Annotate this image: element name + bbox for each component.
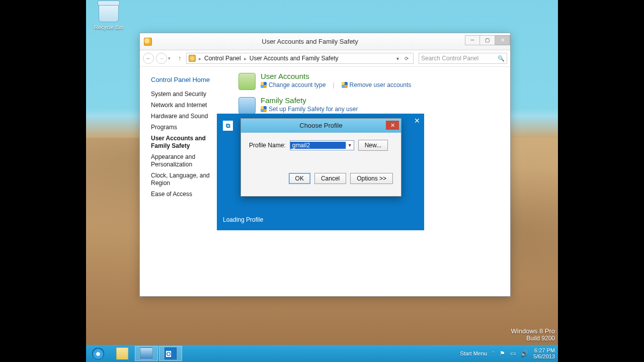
family-safety-heading[interactable]: Family Safety [261, 96, 358, 105]
desktop-icon-recycle-bin[interactable]: Recycle Bin [91, 3, 126, 30]
office-logo-icon: ⧉ [223, 121, 233, 131]
window-title: User Accounts and Family Safety [155, 38, 465, 45]
up-button[interactable]: ↑ [175, 55, 184, 62]
dialog-close-button[interactable]: ✕ [386, 121, 399, 130]
taskbar-ie[interactable] [87, 346, 110, 361]
control-panel-home-link[interactable]: Control Panel Home [151, 76, 222, 83]
desktop: Recycle Bin User Accounts and Family Saf… [86, 0, 558, 362]
windows-watermark: Windows 8 Pro Build 9200 [511, 327, 555, 342]
breadcrumb-item[interactable]: User Accounts and Family Safety [250, 55, 339, 62]
clock-time: 6:27 PM [533, 347, 555, 353]
explorer-icon [116, 347, 128, 359]
chevron-down-icon[interactable]: ▼ [346, 143, 354, 148]
refresh-button[interactable]: ⟳ [402, 53, 411, 63]
tray-overflow-icon[interactable]: ˄ [492, 351, 495, 356]
profile-name-combobox[interactable]: gmail2 ▼ [290, 140, 354, 150]
watermark-line2: Build 9200 [511, 335, 555, 342]
options-button[interactable]: Options >> [350, 173, 393, 184]
control-panel-icon [140, 347, 152, 359]
window-icon [144, 38, 152, 46]
user-accounts-icon [238, 73, 256, 90]
profile-name-label: Profile Name: [249, 142, 286, 149]
link-change-account-type[interactable]: Change account type [261, 81, 326, 88]
taskbar[interactable]: Start Menu ˄ ⚑ ▭ 🔊 6:27 PM 5/6/2013 [86, 345, 558, 362]
user-accounts-heading[interactable]: User Accounts [261, 72, 411, 80]
sidebar-item-network-internet[interactable]: Network and Internet [151, 102, 222, 109]
breadcrumb[interactable]: ▸ Control Panel ▸ User Accounts and Fami… [186, 53, 414, 64]
sidebar-item-user-accounts[interactable]: User Accounts and Family Safety [151, 135, 222, 150]
outlook-icon [165, 347, 177, 359]
shield-icon [342, 82, 348, 88]
sidebar-item-programs[interactable]: Programs [151, 124, 222, 131]
volume-icon[interactable]: 🔊 [521, 350, 528, 357]
breadcrumb-icon [189, 55, 196, 62]
network-icon[interactable]: ▭ [510, 350, 516, 357]
loading-status: Loading Profile [223, 216, 263, 223]
close-icon[interactable]: ✕ [414, 117, 420, 125]
shield-icon [261, 106, 267, 112]
profile-name-value: gmail2 [290, 142, 346, 149]
sidebar-item-appearance[interactable]: Appearance and Personalization [151, 153, 222, 168]
window-titlebar[interactable]: User Accounts and Family Safety ─ ▢ ✕ [140, 33, 510, 50]
link-setup-family-safety[interactable]: Set up Family Safety for any user [261, 106, 358, 113]
family-safety-icon [238, 97, 256, 114]
flag-icon[interactable]: ⚑ [500, 350, 505, 357]
system-tray: Start Menu ˄ ⚑ ▭ 🔊 6:27 PM 5/6/2013 [460, 347, 558, 359]
sidebar-item-system-security[interactable]: System and Security [151, 90, 222, 98]
search-icon: 🔍 [498, 55, 505, 62]
back-button[interactable]: ← [143, 53, 154, 64]
ok-button[interactable]: OK [289, 173, 310, 184]
control-panel-sidebar: Control Panel Home System and Security N… [140, 67, 226, 296]
sidebar-item-ease-of-access[interactable]: Ease of Access [151, 191, 222, 198]
shield-icon [261, 82, 267, 88]
dialog-titlebar[interactable]: Choose Profile ✕ [241, 119, 401, 133]
taskbar-outlook[interactable] [159, 346, 182, 361]
new-profile-button[interactable]: New... [358, 140, 388, 151]
watermark-line1: Windows 8 Pro [511, 327, 555, 335]
ie-icon [92, 347, 104, 359]
history-dropdown[interactable]: ▾ [168, 56, 173, 61]
taskbar-explorer[interactable] [111, 346, 134, 361]
recycle-bin-label: Recycle Bin [91, 24, 126, 30]
clock-date: 5/6/2013 [533, 353, 555, 359]
search-placeholder: Search Control Panel [421, 55, 478, 62]
close-button[interactable]: ✕ [495, 35, 510, 45]
breadcrumb-dropdown[interactable]: ▾ [393, 53, 402, 63]
dialog-title: Choose Profile [299, 122, 342, 129]
sidebar-item-clock-language[interactable]: Clock, Language, and Region [151, 172, 222, 187]
minimize-button[interactable]: ─ [465, 35, 480, 45]
explorer-nav-bar: ← → ▾ ↑ ▸ Control Panel ▸ User Accounts … [140, 50, 510, 67]
choose-profile-dialog: Choose Profile ✕ Profile Name: gmail2 ▼ … [240, 118, 401, 197]
chevron-right-icon: ▸ [199, 56, 201, 61]
maximize-button[interactable]: ▢ [480, 35, 495, 45]
breadcrumb-item[interactable]: Control Panel [204, 55, 241, 62]
recycle-bin-icon [99, 3, 119, 22]
forward-button[interactable]: → [156, 53, 167, 64]
link-remove-user-accounts[interactable]: Remove user accounts [342, 81, 412, 88]
cancel-button[interactable]: Cancel [314, 173, 346, 184]
divider: | [333, 81, 334, 88]
taskbar-clock[interactable]: 6:27 PM 5/6/2013 [533, 347, 555, 359]
search-input[interactable]: Search Control Panel 🔍 [419, 53, 507, 64]
start-menu-label[interactable]: Start Menu [460, 350, 487, 356]
chevron-right-icon: ▸ [244, 56, 247, 61]
taskbar-control-panel[interactable] [135, 346, 158, 361]
sidebar-item-hardware-sound[interactable]: Hardware and Sound [151, 113, 222, 120]
